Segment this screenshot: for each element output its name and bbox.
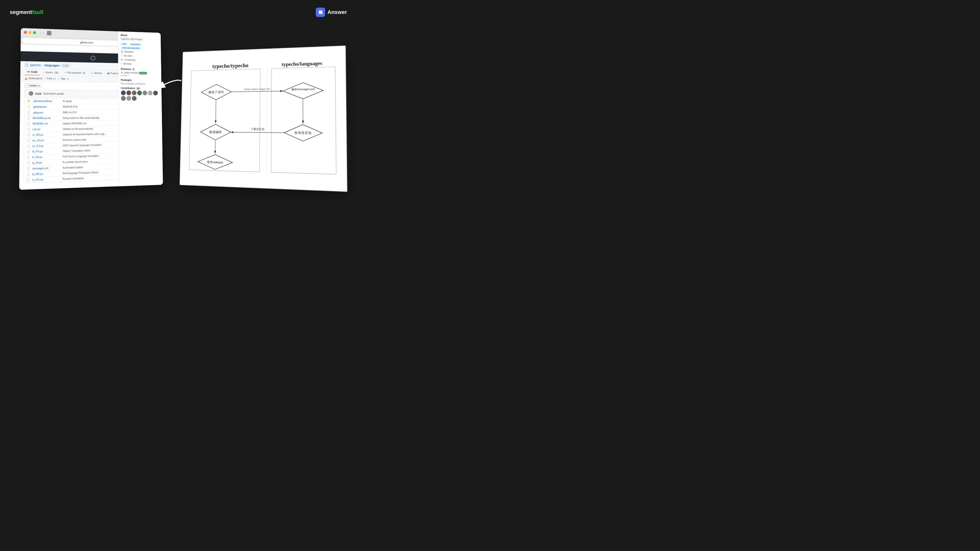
file-name[interactable]: ru_RU.po <box>32 178 60 181</box>
tab-issues[interactable]: ○ Issues 10 <box>40 70 61 75</box>
svg-line-2 <box>267 68 267 176</box>
file-icon: 📄 <box>27 167 30 170</box>
svg-marker-10 <box>283 82 323 99</box>
folder-icon: 📁 <box>27 99 30 103</box>
file-icon: 📄 <box>27 133 30 137</box>
projects-icon: ▦ <box>107 72 110 75</box>
branch-selector[interactable]: ⑂ master ▾ <box>24 83 41 88</box>
code-icon: <> <box>27 70 30 73</box>
fork-item[interactable]: ⑂ Fork 58 <box>45 77 56 80</box>
file-name[interactable]: README.ja.md <box>33 117 60 120</box>
file-name[interactable]: pt_BR.po <box>32 172 60 176</box>
arrow-overlay <box>157 76 186 95</box>
answer-brand: Answer <box>316 8 347 17</box>
tab-issues-label: Issues <box>46 71 53 74</box>
actions-icon: ▷ <box>91 72 93 75</box>
file-icon: 📄 <box>27 156 30 159</box>
file-name[interactable]: el_GR.po <box>33 133 61 137</box>
committer-avatar <box>29 91 33 96</box>
file-name[interactable]: ja_JP.po <box>32 161 60 164</box>
star-count: 30 <box>67 78 69 80</box>
diagram-svg: typecho/typecho typecho/languages 修改了语句 … <box>185 51 342 186</box>
repo-book-icon: 📋 <box>24 63 29 67</box>
node-modified: 修改了语句 <box>208 91 224 94</box>
minimize-dot[interactable] <box>29 31 32 34</box>
repo-owner-link[interactable]: typecho <box>30 64 41 67</box>
github-logo-icon: ◯ <box>91 55 95 60</box>
fork-label: Fork <box>47 77 52 80</box>
file-name[interactable]: .github/workflows <box>33 100 61 103</box>
file-name[interactable]: es_ES.po <box>32 144 60 148</box>
svg-line-6 <box>216 100 216 123</box>
diagram-panel: typecho/typecho typecho/languages 修改了语句 … <box>180 46 347 192</box>
file-icon: 📄 <box>27 105 30 108</box>
repo-name-link[interactable]: languages <box>45 64 59 67</box>
contributor-avatar <box>143 91 147 95</box>
forward-icon[interactable]: › <box>43 31 45 35</box>
tab-code[interactable]: <> Code <box>24 69 40 75</box>
file-icon: 📄 <box>27 128 30 131</box>
stars-value: 30 stars <box>124 54 132 57</box>
answer-icon <box>316 8 325 17</box>
file-name[interactable]: README.md <box>33 122 61 125</box>
issues-icon: ○ <box>43 71 45 74</box>
contributor-avatar <box>148 91 153 95</box>
forks-value: 58 forks <box>123 62 132 65</box>
contributor-avatar <box>126 91 131 95</box>
packages-label: Packages <box>121 79 132 81</box>
tab-code-label: Code <box>31 70 38 73</box>
node-compile: 集成编译 <box>209 130 222 134</box>
back-icon[interactable]: ‹ <box>40 31 41 35</box>
theme-button[interactable] <box>47 31 51 35</box>
logo-segment: segment <box>10 9 32 16</box>
contributor-avatar <box>132 91 137 95</box>
file-name[interactable]: ceb.po <box>33 128 61 130</box>
readme-icon: 📋 <box>121 51 124 53</box>
svg-line-8 <box>215 140 215 153</box>
file-name[interactable]: .gitattributes <box>33 105 60 108</box>
bell-icon: 🔔 <box>24 77 28 79</box>
top-bar: segmentfault Answer <box>0 0 357 24</box>
file-name[interactable]: en_US.po <box>32 139 60 142</box>
file-name[interactable]: fil_PH.po <box>32 150 60 153</box>
contributors-label: Contributors 18 <box>121 87 140 89</box>
notifications-item[interactable]: 🔔 Notifications <box>24 77 43 80</box>
packages-empty: No packages published <box>121 82 159 85</box>
logo-fault: fault <box>32 9 43 16</box>
file-name[interactable]: messages.pot <box>32 167 60 170</box>
fork-count: 58 <box>53 78 56 80</box>
branch-icon: ⑂ <box>27 84 28 87</box>
fork-icon: ⑂ <box>45 77 46 80</box>
gh-content: ◯ 📋 typecho / languages Public <> Code ○… <box>19 51 163 190</box>
readme-label[interactable]: Readme <box>125 51 134 53</box>
tab-actions-label: Actions <box>94 72 102 75</box>
tab-pullrequests[interactable]: ⑂ Pull requests 5 <box>62 70 88 76</box>
file-icon: 📄 <box>27 139 30 142</box>
diagram-title-right: typecho/languages <box>282 60 323 67</box>
logo: segmentfault <box>10 9 43 16</box>
branch-name: master <box>29 84 37 87</box>
file-icon: 📄 <box>27 122 30 125</box>
close-dot[interactable] <box>24 31 27 34</box>
stat-forks: ⑂ 58 forks <box>121 62 159 67</box>
file-name[interactable]: fr_FR.po <box>32 155 60 159</box>
latest-label[interactable]: Latest version <box>124 71 138 74</box>
address-text: github.com <box>80 41 93 44</box>
gh-sidebar: About Typecho I18n Project i18n translat… <box>118 51 163 186</box>
chevron-down-icon: ▾ <box>38 84 40 87</box>
answer-label: Answer <box>328 9 347 16</box>
issues-count: 10 <box>54 71 59 74</box>
maximize-dot[interactable] <box>33 31 36 34</box>
contributors-row <box>121 91 159 101</box>
node-compile-pot: 编译messages.pot <box>291 87 315 91</box>
file-icon: 📄 <box>27 150 30 154</box>
releases-section-title: Releases 1 <box>121 68 159 71</box>
file-name[interactable]: .gitignore <box>33 111 60 114</box>
public-badge: Public <box>61 64 70 68</box>
packages-section-title: Packages <box>121 79 159 82</box>
tab-actions[interactable]: ▷ Actions <box>89 70 104 76</box>
star-item[interactable]: ☆ Star 30 <box>57 78 69 80</box>
star-stat-icon: ☆ <box>121 54 123 57</box>
committer-name: joyqi <box>35 92 41 95</box>
file-icon: 📄 <box>27 173 30 176</box>
